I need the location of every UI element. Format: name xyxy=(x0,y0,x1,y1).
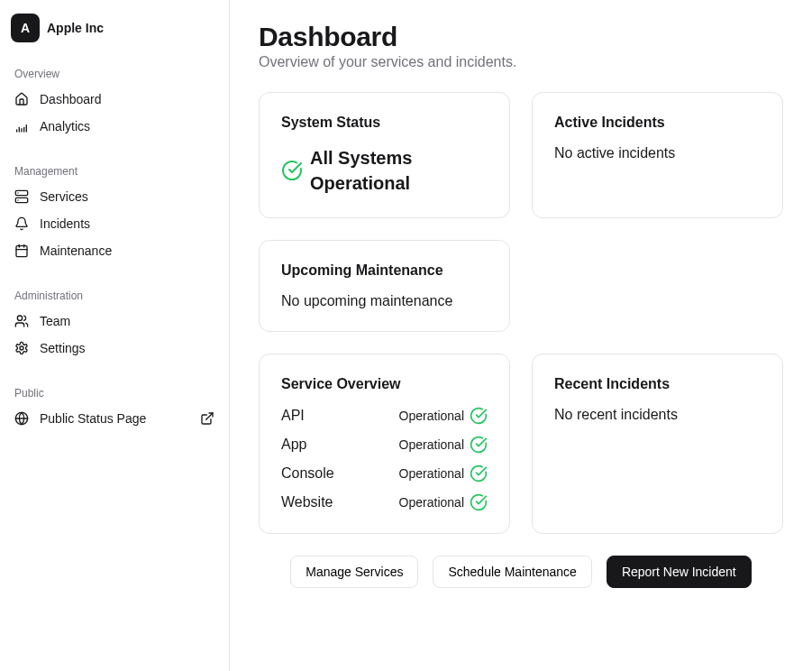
service-name: API xyxy=(281,408,305,424)
service-status-label: Operational xyxy=(399,495,464,510)
system-status-text: All Systems Operational xyxy=(310,145,488,196)
card-service-overview: Service Overview API Operational App Ope… xyxy=(259,354,510,534)
external-link-icon xyxy=(200,411,214,426)
card-upcoming-maintenance: Upcoming Maintenance No upcoming mainten… xyxy=(259,240,510,332)
nav-section-management: Management Services Incidents Maintenanc… xyxy=(7,161,222,264)
sidebar-item-maintenance[interactable]: Maintenance xyxy=(7,237,222,264)
active-incidents-empty: No active incidents xyxy=(554,145,761,161)
org-header[interactable]: A Apple Inc xyxy=(7,10,222,46)
nav-section-label: Public xyxy=(7,383,222,405)
service-status-label: Operational xyxy=(399,437,464,452)
users-icon xyxy=(14,314,29,328)
nav-section-label: Overview xyxy=(7,64,222,86)
org-avatar: A xyxy=(11,14,40,42)
service-row: Website Operational xyxy=(281,493,488,511)
nav-section-administration: Administration Team Settings xyxy=(7,286,222,362)
recent-incidents-empty: No recent incidents xyxy=(554,407,761,423)
service-list: API Operational App Operational xyxy=(281,407,488,511)
report-incident-button[interactable]: Report New Incident xyxy=(607,556,752,588)
sidebar-item-public-status-page[interactable]: Public Status Page xyxy=(7,405,222,432)
sidebar-item-label: Services xyxy=(40,189,214,204)
bell-icon xyxy=(14,216,29,231)
card-title: Active Incidents xyxy=(554,115,761,131)
sidebar-item-label: Analytics xyxy=(40,119,214,133)
check-circle-icon xyxy=(470,493,488,511)
sidebar-item-label: Public Status Page xyxy=(40,411,189,426)
sidebar-item-analytics[interactable]: Analytics xyxy=(7,113,222,140)
service-name: App xyxy=(281,437,306,453)
sidebar-item-label: Incidents xyxy=(40,216,214,231)
card-active-incidents: Active Incidents No active incidents xyxy=(532,92,783,218)
nav-section-overview: Overview Dashboard Analytics xyxy=(7,64,222,140)
card-title: System Status xyxy=(281,115,488,131)
sidebar-item-dashboard[interactable]: Dashboard xyxy=(7,86,222,113)
sidebar-item-incidents[interactable]: Incidents xyxy=(7,210,222,237)
page-subtitle: Overview of your services and incidents. xyxy=(259,54,783,70)
main: Dashboard Overview of your services and … xyxy=(230,0,812,671)
card-system-status: System Status All Systems Operational xyxy=(259,92,510,218)
sidebar-item-team[interactable]: Team xyxy=(7,308,222,335)
org-name: Apple Inc xyxy=(47,21,104,35)
nav-section-label: Management xyxy=(7,161,222,183)
card-title: Service Overview xyxy=(281,376,488,392)
service-status-label: Operational xyxy=(399,409,464,423)
sidebar: A Apple Inc Overview Dashboard Analytics… xyxy=(0,0,230,671)
service-status-label: Operational xyxy=(399,466,464,481)
schedule-maintenance-button[interactable]: Schedule Maintenance xyxy=(433,556,591,588)
server-icon xyxy=(14,189,29,204)
service-name: Website xyxy=(281,494,333,510)
service-name: Console xyxy=(281,465,334,482)
upcoming-maintenance-empty: No upcoming maintenance xyxy=(281,293,488,309)
gear-icon xyxy=(14,341,29,355)
nav-section-public: Public Public Status Page xyxy=(7,383,222,432)
check-circle-icon xyxy=(281,160,303,181)
sidebar-item-settings[interactable]: Settings xyxy=(7,335,222,362)
service-row: App Operational xyxy=(281,436,488,454)
sidebar-item-label: Maintenance xyxy=(40,244,214,258)
card-title: Recent Incidents xyxy=(554,376,761,392)
service-row: Console Operational xyxy=(281,464,488,483)
check-circle-icon xyxy=(470,407,488,425)
calendar-icon xyxy=(14,244,29,258)
globe-icon xyxy=(14,411,29,426)
sidebar-item-label: Settings xyxy=(40,341,214,355)
sidebar-item-label: Team xyxy=(40,314,214,328)
sidebar-item-label: Dashboard xyxy=(40,92,214,106)
svg-rect-4 xyxy=(16,246,27,257)
actions: Manage Services Schedule Maintenance Rep… xyxy=(259,556,783,588)
check-circle-icon xyxy=(470,436,488,454)
bar-chart-icon xyxy=(14,119,29,133)
check-circle-icon xyxy=(470,464,488,483)
house-icon xyxy=(14,92,29,106)
card-recent-incidents: Recent Incidents No recent incidents xyxy=(532,354,783,534)
svg-point-6 xyxy=(20,346,23,350)
page-title: Dashboard xyxy=(259,22,783,52)
service-row: API Operational xyxy=(281,407,488,425)
sidebar-item-services[interactable]: Services xyxy=(7,183,222,210)
svg-point-5 xyxy=(17,316,22,320)
nav-section-label: Administration xyxy=(7,286,222,308)
manage-services-button[interactable]: Manage Services xyxy=(290,556,418,588)
card-title: Upcoming Maintenance xyxy=(281,262,488,279)
